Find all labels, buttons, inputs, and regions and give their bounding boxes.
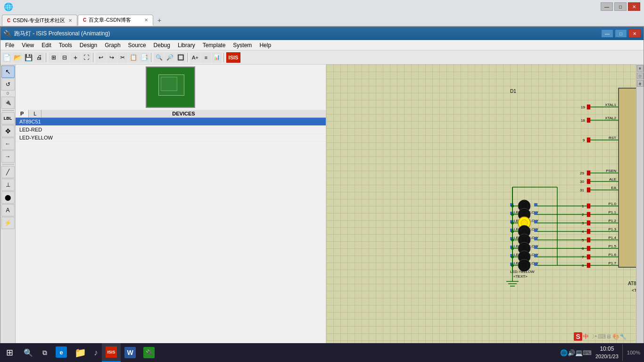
svg-point-212 [511,255,514,258]
toolbar-zoom-in[interactable]: 🔍 [154,52,164,63]
search-taskbar[interactable]: 🔍 [19,343,38,362]
toolbar-simulate[interactable]: ISIS [226,52,240,63]
right-panel-btn-2[interactable]: □ [637,73,644,79]
canvas-area[interactable]: U1 XTAL1 19 XTAL2 18 [326,65,636,350]
toolbar-undo[interactable]: ↩ [96,52,106,63]
ic-u1[interactable]: U1 XTAL1 19 XTAL2 18 [557,79,636,293]
tool-right[interactable]: → [1,150,15,163]
tool-text[interactable]: A [1,204,15,216]
menu-library[interactable]: Library [174,41,199,49]
toolbar-zoom-out[interactable]: 🔎 [165,52,175,63]
toolbar-copy[interactable]: 📋 [128,52,139,63]
toolbar-new[interactable]: 📄 [1,52,12,63]
tool-left[interactable]: ← [1,138,15,150]
svg-rect-48 [587,246,590,251]
menu-view[interactable]: View [18,41,38,49]
svg-text:P1.4: P1.4 [608,236,616,240]
devices-tab-p[interactable]: P [16,110,29,117]
toolbar-netlist[interactable]: ≡ [201,52,211,63]
toolbar-snap[interactable]: ⊟ [59,52,70,63]
taskbar-app8[interactable]: 🔌 [140,343,158,362]
clock-time: 10:05 [595,346,619,353]
app-icon: 🔌 [3,30,11,37]
svg-text:P1.6: P1.6 [608,253,616,257]
device-led-red[interactable]: LED-RED [16,126,326,134]
toolbar-print[interactable]: 🖨 [34,52,44,63]
svg-rect-40 [587,229,590,234]
svg-rect-32 [587,212,590,217]
taskbar-isis[interactable]: ISIS [102,343,121,362]
svg-rect-28 [587,204,590,208]
toolbar-cut[interactable]: ✂ [117,52,128,63]
device-at89c51[interactable]: AT89C51 [16,118,326,126]
tool-lbl[interactable]: LBL [1,112,15,124]
add-tab-button[interactable]: + [154,15,165,26]
browser-minimize[interactable]: — [601,2,613,11]
svg-text:P1.1: P1.1 [608,210,616,214]
menu-debug[interactable]: Debug [150,41,174,49]
svg-text:18: 18 [581,118,585,123]
taskbar-edge[interactable]: e [52,343,71,362]
taskbar-word[interactable]: W [121,343,140,362]
svg-point-208 [511,222,514,224]
menu-edit[interactable]: Edit [38,41,55,49]
tool-move[interactable]: ✥ [1,125,15,137]
toolbar-zoom-fit[interactable]: 🔲 [175,52,186,63]
clock-display[interactable]: 10:05 2020/1/23 [594,346,620,360]
browser-tab-1[interactable]: C CSDN-专业IT技术社区 ✕ [2,15,77,26]
tool-select[interactable]: ↖ [1,66,15,78]
svg-rect-12 [587,138,590,142]
toolbar-redo[interactable]: ↪ [107,52,117,63]
menu-design[interactable]: Design [76,41,101,49]
tab2-close[interactable]: ✕ [144,17,148,23]
tab2-favicon: C [83,17,86,23]
browser-close[interactable]: ✕ [628,2,640,11]
toolbar-save[interactable]: 💾 [23,52,33,63]
app-maximize-button[interactable]: □ [615,29,627,38]
schematic-svg: U1 XTAL1 19 XTAL2 18 [326,65,636,350]
menu-tools[interactable]: Tools [55,41,76,49]
taskbar: ⊞ 🔍 ⧉ e 📁 ♪ ISIS W 🔌 🌐🔊💻⌨ 10:05 2020/1/2… [0,343,644,362]
svg-rect-4 [587,105,590,109]
menu-help[interactable]: Help [256,41,275,49]
tool-undo-strip[interactable]: ↺ [1,78,15,90]
toolbar-paste[interactable]: 📑 [139,52,149,63]
toolbar-origin[interactable]: ⛶ [81,52,91,63]
taskview-btn[interactable]: ⧉ [38,343,52,362]
svg-text:5: 5 [582,238,584,242]
right-panel-btn-1[interactable]: ≡ [637,65,644,72]
tool-component[interactable]: 🔌 [1,97,15,109]
toolbar-bom[interactable]: 📊 [212,52,222,63]
tool-junction[interactable]: ⬤ [1,191,15,204]
device-led-yellow[interactable]: LED-YELLOW [16,134,326,142]
svg-text:AT89C51: AT89C51 [628,281,636,286]
show-desktop-btn[interactable] [622,344,625,361]
toolbar: 📄 📂 💾 🖨 ⊞ ⊟ + ⛶ ↩ ↪ ✂ 📋 📑 🔍 🔎 🔲 A+ ≡ 📊 I… [0,50,644,65]
app-minimize-button[interactable]: — [601,29,613,38]
menu-template[interactable]: Template [199,41,230,49]
taskbar-winamp[interactable]: ♪ [90,343,102,362]
svg-rect-36 [587,221,590,225]
menu-graph[interactable]: Graph [101,41,124,49]
browser-maximize[interactable]: □ [614,2,627,11]
svg-rect-0 [619,88,636,267]
menu-system[interactable]: System [229,41,256,49]
menu-source[interactable]: Source [124,41,150,49]
menu-file[interactable]: File [1,41,18,49]
start-button[interactable]: ⊞ [0,343,19,362]
toolbar-add[interactable]: + [70,52,81,63]
tool-wire[interactable]: ╱ [1,166,15,178]
tab1-close[interactable]: ✕ [68,18,72,23]
browser-tab-2[interactable]: C 百文章-CSDN博客 ✕ [78,15,153,26]
taskbar-files[interactable]: 📁 [71,343,90,362]
app-close-button[interactable]: ✕ [628,29,641,38]
toolbar-grid[interactable]: ⊞ [49,52,59,63]
tool-bus[interactable]: ⊥ [1,179,15,191]
devices-tab-l[interactable]: L [29,110,41,117]
right-panel-btn-3[interactable]: ╪ [637,80,644,87]
svg-rect-8 [587,118,590,123]
toolbar-annotate[interactable]: A+ [190,52,200,63]
svg-rect-52 [587,255,590,259]
toolbar-open[interactable]: 📂 [12,52,23,63]
tool-power[interactable]: ⚡ [1,217,15,229]
